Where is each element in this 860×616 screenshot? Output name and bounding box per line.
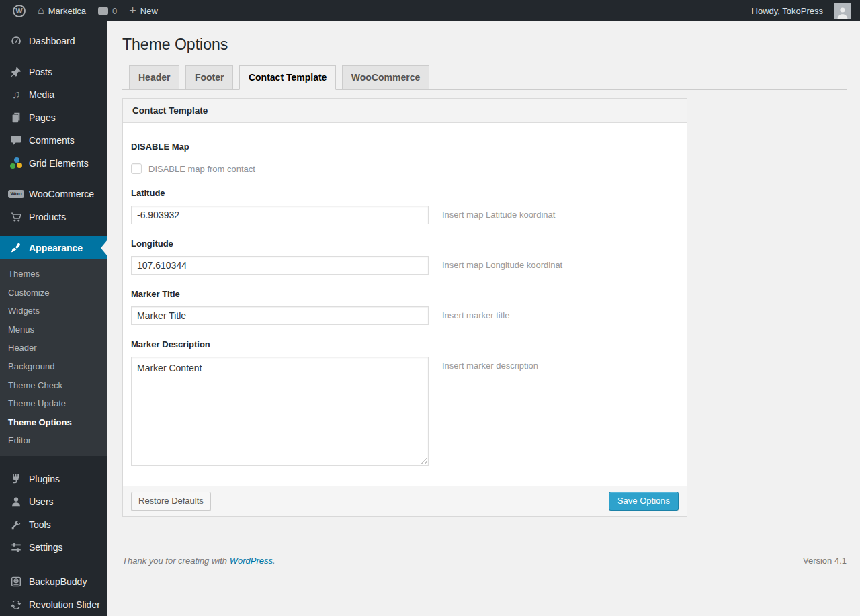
panel-action-bar: Restore Defaults Save Options: [123, 486, 687, 516]
new-content-menu[interactable]: + New: [123, 0, 164, 21]
woocommerce-badge-icon: Woo: [9, 187, 23, 201]
sidebar-item-label: Posts: [29, 67, 52, 77]
submenu-item-customize[interactable]: Customize: [0, 283, 108, 302]
sidebar-item-label: Revolution Slider: [29, 599, 100, 610]
sidebar-item-label: Comments: [29, 135, 75, 146]
cart-icon: [9, 210, 23, 224]
sidebar-item-media[interactable]: ♫ Media: [0, 83, 108, 106]
field-label-latitude: Latitude: [131, 188, 677, 198]
sidebar-item-label: Products: [29, 212, 66, 222]
disable-map-checkbox[interactable]: [131, 163, 142, 174]
sidebar-item-woocommerce[interactable]: Woo WooCommerce: [0, 183, 108, 206]
plus-icon: +: [129, 5, 136, 17]
comments-menu[interactable]: 0: [92, 0, 123, 21]
sidebar-item-label: Tools: [29, 519, 51, 530]
submenu-item-header[interactable]: Header: [0, 339, 108, 357]
field-longitude: Longitude Insert map Longitude koordinat: [131, 224, 677, 275]
home-icon: ⌂: [38, 5, 44, 16]
sidebar-item-backupbuddy[interactable]: BackupBuddy: [0, 570, 108, 593]
site-name-label: Marketica: [48, 6, 86, 16]
longitude-hint: Insert map Longitude koordinat: [442, 256, 562, 270]
sidebar-item-appearance[interactable]: Appearance: [0, 236, 108, 259]
gauge-icon: [9, 34, 23, 48]
tab-header[interactable]: Header: [129, 65, 179, 91]
howdy-account-menu[interactable]: Howdy, TokoPress: [746, 0, 829, 21]
latitude-input[interactable]: [131, 206, 429, 224]
appearance-submenu: Themes Customize Widgets Menus Header Ba…: [0, 259, 108, 456]
sidebar-item-label: Pages: [29, 112, 56, 123]
sidebar-item-revolution-slider[interactable]: Revolution Slider: [0, 593, 108, 616]
plug-icon: [9, 472, 23, 486]
avatar[interactable]: [834, 3, 851, 19]
latitude-hint: Insert map Latitude koordinat: [442, 206, 555, 220]
submenu-item-menus[interactable]: Menus: [0, 320, 108, 339]
sidebar-item-users[interactable]: Users: [0, 490, 108, 513]
footer-thanks: Thank you for creating with WordPress.: [122, 556, 275, 566]
person-icon: [836, 5, 849, 19]
sidebar-item-label: Media: [29, 89, 54, 100]
comment-bubble-icon: [98, 7, 108, 15]
new-label: New: [140, 6, 158, 16]
sidebar-item-pages[interactable]: Pages: [0, 106, 108, 129]
submenu-item-theme-check[interactable]: Theme Check: [0, 376, 108, 395]
site-name-menu[interactable]: ⌂ Marketica: [32, 0, 92, 21]
marker-description-hint: Insert marker description: [442, 357, 538, 371]
field-label-marker-title: Marker Title: [131, 289, 677, 299]
field-marker-description: Marker Description Marker Content Insert…: [131, 325, 677, 466]
submenu-item-theme-options[interactable]: Theme Options: [0, 413, 108, 432]
sidebar-item-settings[interactable]: Settings: [0, 536, 108, 559]
marker-title-input[interactable]: [131, 306, 429, 325]
tab-bar: Header Footer Contact Template WooCommer…: [122, 65, 847, 91]
tab-footer[interactable]: Footer: [185, 65, 234, 91]
restore-defaults-button[interactable]: Restore Defaults: [131, 492, 211, 511]
sidebar-item-grid-elements[interactable]: Grid Elements: [0, 152, 108, 175]
sidebar-item-label: Dashboard: [29, 36, 75, 46]
panel-title: Contact Template: [123, 99, 687, 123]
pages-icon: [9, 111, 23, 124]
field-label-disable-map: DISABLE Map: [131, 142, 677, 152]
refresh-arrows-icon: [9, 598, 23, 611]
sidebar-item-dashboard[interactable]: Dashboard: [0, 30, 108, 52]
field-label-longitude: Longitude: [131, 238, 677, 249]
submenu-item-background[interactable]: Background: [0, 357, 108, 376]
submenu-item-theme-update[interactable]: Theme Update: [0, 394, 108, 413]
user-icon: [9, 495, 23, 509]
grid-elements-icon: [9, 157, 23, 170]
sidebar-item-plugins[interactable]: Plugins: [0, 468, 108, 490]
field-label-marker-description: Marker Description: [131, 339, 677, 349]
backup-disk-icon: [9, 575, 23, 588]
submenu-item-widgets[interactable]: Widgets: [0, 302, 108, 320]
field-marker-title: Marker Title Insert marker title: [131, 275, 677, 325]
save-options-button[interactable]: Save Options: [609, 492, 679, 511]
contact-template-panel: Contact Template DISABLE Map DISABLE map…: [122, 98, 687, 517]
sidebar-item-label: BackupBuddy: [29, 576, 87, 587]
main-content: Theme Options Header Footer Contact Temp…: [108, 0, 860, 616]
page-title: Theme Options: [122, 35, 847, 55]
sidebar-item-tools[interactable]: Tools: [0, 513, 108, 536]
music-note-icon: ♫: [9, 88, 23, 101]
tab-contact-template[interactable]: Contact Template: [239, 65, 336, 91]
sidebar-item-label: Appearance: [29, 243, 83, 253]
marker-title-hint: Insert marker title: [442, 306, 509, 320]
sidebar-item-posts[interactable]: Posts: [0, 60, 108, 83]
tab-woocommerce[interactable]: WooCommerce: [342, 65, 429, 91]
field-disable-map: DISABLE Map DISABLE map from contact: [131, 131, 677, 174]
paintbrush-icon: [9, 241, 23, 255]
footer-version: Version 4.1: [803, 556, 847, 566]
longitude-input[interactable]: [131, 256, 429, 275]
wordpress-link[interactable]: WordPress: [230, 556, 273, 566]
sidebar-item-label: Settings: [29, 542, 63, 553]
sidebar-item-products[interactable]: Products: [0, 206, 108, 228]
wordpress-logo-icon: W: [13, 5, 26, 17]
submenu-item-editor[interactable]: Editor: [0, 431, 108, 450]
admin-bar: W ⌂ Marketica 0 + New Howdy, TokoPress: [0, 0, 860, 21]
sidebar-item-label: Grid Elements: [29, 158, 89, 169]
sidebar-item-comments[interactable]: Comments: [0, 129, 108, 152]
sidebar-item-label: Users: [29, 496, 54, 507]
admin-sidebar: Dashboard Posts ♫ Media Pages Comments G…: [0, 21, 108, 616]
disable-map-checkbox-label: DISABLE map from contact: [148, 164, 255, 174]
wp-logo-menu[interactable]: W: [7, 0, 32, 21]
wrench-icon: [9, 518, 23, 531]
submenu-item-themes[interactable]: Themes: [0, 265, 108, 283]
marker-description-textarea[interactable]: Marker Content: [131, 357, 429, 466]
